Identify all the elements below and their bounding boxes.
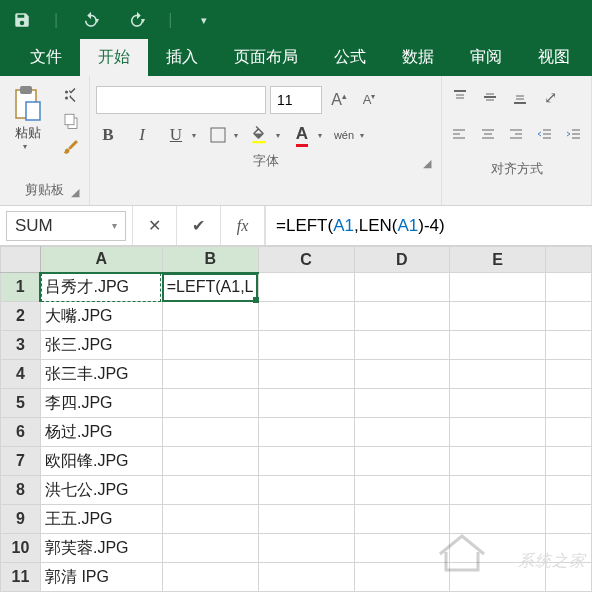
name-box[interactable]: SUM ▾: [6, 211, 126, 241]
cell[interactable]: =LEFT(A1,L: [162, 273, 258, 302]
orientation-button[interactable]: ⤢: [538, 86, 562, 108]
cell[interactable]: 张三.JPG: [40, 331, 162, 360]
cell[interactable]: [162, 389, 258, 418]
column-header-B[interactable]: B: [162, 247, 258, 273]
cell[interactable]: [162, 360, 258, 389]
bold-button[interactable]: B: [96, 122, 120, 148]
cell[interactable]: [546, 360, 592, 389]
cell[interactable]: [162, 302, 258, 331]
underline-button[interactable]: U: [164, 122, 188, 148]
cell[interactable]: [162, 563, 258, 592]
cell[interactable]: [162, 505, 258, 534]
cell[interactable]: [258, 476, 354, 505]
cell[interactable]: 吕秀才.JPG: [40, 273, 162, 302]
cancel-formula-button[interactable]: ✕: [133, 206, 177, 245]
cell[interactable]: [450, 389, 546, 418]
cell[interactable]: 郭芙蓉.JPG: [40, 534, 162, 563]
row-header[interactable]: 2: [1, 302, 41, 331]
cell[interactable]: [258, 563, 354, 592]
row-header[interactable]: 1: [1, 273, 41, 302]
tab-home[interactable]: 开始: [80, 39, 148, 76]
format-painter-button[interactable]: [59, 136, 83, 158]
tab-formulas[interactable]: 公式: [316, 39, 384, 76]
column-header-D[interactable]: D: [354, 247, 450, 273]
cell[interactable]: [354, 302, 450, 331]
cell[interactable]: [450, 360, 546, 389]
font-color-button[interactable]: A: [290, 122, 314, 148]
copy-button[interactable]: [59, 110, 83, 132]
cell[interactable]: [450, 273, 546, 302]
cell[interactable]: [354, 476, 450, 505]
border-button[interactable]: [206, 122, 230, 148]
spreadsheet-grid[interactable]: A B C D E 1吕秀才.JPG=LEFT(A1,L2大嘴.JPG3张三.J…: [0, 246, 592, 592]
insert-function-button[interactable]: fx: [221, 206, 265, 245]
cell[interactable]: [354, 389, 450, 418]
font-name-input[interactable]: [96, 86, 266, 114]
cell[interactable]: [546, 418, 592, 447]
cell[interactable]: [258, 360, 354, 389]
italic-button[interactable]: I: [130, 122, 154, 148]
cell[interactable]: [546, 476, 592, 505]
cell[interactable]: [450, 476, 546, 505]
cell[interactable]: [546, 389, 592, 418]
cell[interactable]: [546, 331, 592, 360]
row-header[interactable]: 9: [1, 505, 41, 534]
row-header[interactable]: 8: [1, 476, 41, 505]
cell[interactable]: [162, 534, 258, 563]
cell[interactable]: [450, 331, 546, 360]
select-all-corner[interactable]: [1, 247, 41, 273]
cell[interactable]: [258, 534, 354, 563]
redo-button[interactable]: ▾: [122, 6, 150, 34]
cell[interactable]: [354, 418, 450, 447]
cell[interactable]: [546, 505, 592, 534]
tab-review[interactable]: 审阅: [452, 39, 520, 76]
cell[interactable]: [162, 418, 258, 447]
increase-font-button[interactable]: A▴: [326, 86, 352, 114]
cell[interactable]: 洪七公.JPG: [40, 476, 162, 505]
cell[interactable]: [258, 418, 354, 447]
row-header[interactable]: 5: [1, 389, 41, 418]
font-size-input[interactable]: [270, 86, 322, 114]
tab-view[interactable]: 视图: [520, 39, 588, 76]
cell[interactable]: [258, 273, 354, 302]
cell[interactable]: [354, 331, 450, 360]
cell[interactable]: [162, 447, 258, 476]
row-header[interactable]: 3: [1, 331, 41, 360]
cell[interactable]: [258, 447, 354, 476]
cell[interactable]: [258, 302, 354, 331]
cell[interactable]: 张三丰.JPG: [40, 360, 162, 389]
fill-color-button[interactable]: [248, 122, 272, 148]
tab-data[interactable]: 数据: [384, 39, 452, 76]
cell[interactable]: [546, 534, 592, 563]
cell[interactable]: [546, 563, 592, 592]
align-left-button[interactable]: [448, 124, 471, 146]
row-header[interactable]: 10: [1, 534, 41, 563]
font-launcher[interactable]: ◢: [423, 157, 431, 170]
row-header[interactable]: 4: [1, 360, 41, 389]
cell[interactable]: 王五.JPG: [40, 505, 162, 534]
tab-file[interactable]: 文件: [12, 39, 80, 76]
cell[interactable]: [450, 302, 546, 331]
cell[interactable]: [162, 476, 258, 505]
save-button[interactable]: [8, 6, 36, 34]
cell[interactable]: 李四.JPG: [40, 389, 162, 418]
decrease-indent-button[interactable]: [534, 124, 557, 146]
cell[interactable]: 欧阳锋.JPG: [40, 447, 162, 476]
align-bottom-button[interactable]: [508, 86, 532, 108]
cell[interactable]: [354, 360, 450, 389]
column-header-E[interactable]: E: [450, 247, 546, 273]
paste-button[interactable]: 粘贴 ▾: [6, 84, 49, 151]
formula-bar-input[interactable]: =LEFT(A1,LEN(A1)-4): [265, 206, 592, 245]
row-header[interactable]: 7: [1, 447, 41, 476]
align-right-button[interactable]: [505, 124, 528, 146]
cell[interactable]: [354, 447, 450, 476]
column-header-F[interactable]: [546, 247, 592, 273]
cell[interactable]: [450, 418, 546, 447]
cell[interactable]: [546, 302, 592, 331]
clipboard-launcher[interactable]: ◢: [71, 186, 79, 199]
cell[interactable]: [450, 447, 546, 476]
cell[interactable]: 杨过.JPG: [40, 418, 162, 447]
row-header[interactable]: 6: [1, 418, 41, 447]
decrease-font-button[interactable]: A▾: [356, 86, 382, 114]
cell[interactable]: 大嘴.JPG: [40, 302, 162, 331]
